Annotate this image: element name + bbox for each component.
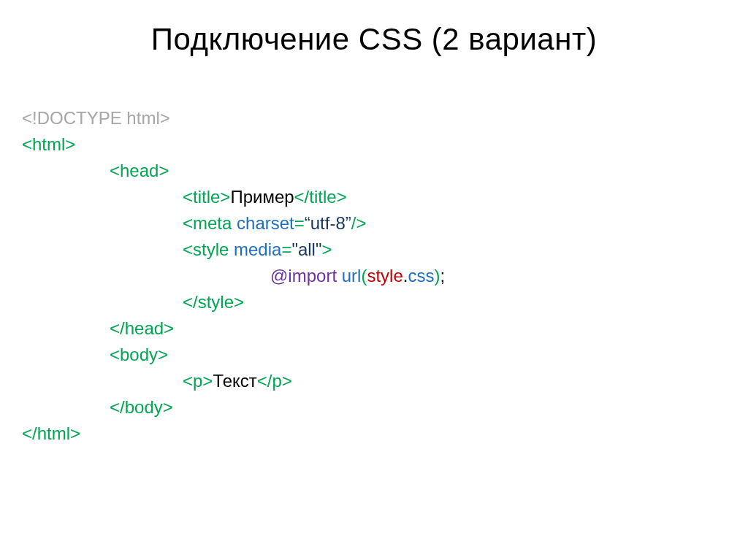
code-doctype: <!DOCTYPE html>: [22, 108, 170, 128]
code-meta-attr-val: “utf-8”: [305, 213, 351, 233]
code-meta-attr-name: charset: [237, 213, 294, 233]
code-style-attr-val: "all": [291, 239, 321, 259]
code-p-text: Текст: [213, 371, 256, 391]
code-meta-eq: =: [294, 213, 305, 233]
code-html-open: <html>: [22, 134, 75, 154]
code-semicolon: ;: [440, 266, 445, 285]
code-title-open: <title>: [183, 187, 230, 207]
code-import-kw: @import: [270, 266, 342, 285]
code-style-gt: >: [321, 239, 332, 259]
code-meta-close: />: [351, 213, 367, 233]
code-head-close: </head>: [110, 318, 174, 338]
code-head-open: <head>: [110, 161, 169, 180]
slide-title: Подключение CSS (2 вариант): [22, 22, 726, 57]
code-block: <!DOCTYPE html> <html> <head> <title>При…: [22, 79, 726, 473]
code-title-text: Пример: [230, 187, 294, 207]
slide: Подключение CSS (2 вариант) <!DOCTYPE ht…: [0, 0, 748, 495]
code-p-close: </p>: [257, 371, 292, 391]
code-body-open: <body>: [110, 345, 168, 364]
code-title-close: </title>: [294, 187, 347, 207]
code-style-open: <style: [183, 239, 234, 259]
code-html-close: </html>: [22, 423, 80, 443]
code-style-attr-name: media: [234, 239, 281, 259]
code-style-file-name: style: [367, 266, 402, 285]
code-style-eq: =: [281, 239, 291, 259]
code-meta-open: <meta: [183, 213, 237, 233]
code-p-open: <p>: [183, 371, 213, 391]
code-style-close: </style>: [183, 292, 244, 312]
code-body-close: </body>: [110, 397, 173, 417]
code-style-file-ext: css: [408, 266, 434, 285]
code-url-fn: url: [342, 266, 362, 285]
